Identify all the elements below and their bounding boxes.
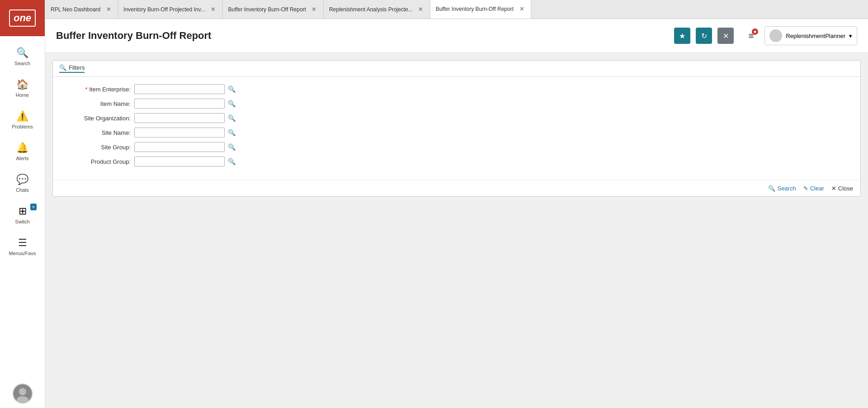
tab-close-btn[interactable]: ✕	[311, 6, 318, 13]
clear-label: Clear	[810, 185, 824, 192]
filter-input-wrapper: 🔍	[134, 113, 236, 123]
sidebar-item-menus-favs[interactable]: ☰ Menus/Favs	[0, 231, 45, 262]
sidebar-item-problems[interactable]: ⚠️ Problems	[0, 104, 45, 136]
tab-label: Inventory Burn-Off Projected Inv...	[123, 6, 205, 13]
logo-text: one	[9, 9, 36, 27]
notification-button[interactable]: ≡	[743, 28, 759, 44]
filter-label-item-enterprise: Item Enterprise:	[62, 86, 134, 93]
tab-label: Buffer Inventory Burn-Off Report	[436, 6, 514, 12]
notification-badge	[752, 28, 758, 35]
tab-close-btn[interactable]: ✕	[518, 5, 525, 13]
sidebar-item-home[interactable]: 🏠 Home	[0, 72, 45, 104]
filters-tab-button[interactable]: 🔍 Filters	[59, 64, 85, 73]
clear-button[interactable]: ✎ Clear	[803, 185, 824, 192]
close-filters-button[interactable]: ✕ Close	[831, 185, 853, 192]
close-icon: ✕	[723, 32, 729, 40]
filter-row-site-name: Site Name: 🔍	[62, 128, 851, 138]
filter-input-wrapper: 🔍	[134, 157, 236, 166]
site-group-input[interactable]	[134, 142, 225, 152]
tab-inv-burnoff[interactable]: Inventory Burn-Off Projected Inv... ✕	[118, 0, 222, 19]
tab-close-btn[interactable]: ✕	[105, 6, 112, 13]
user-avatar	[769, 29, 782, 42]
home-icon: 🏠	[16, 79, 28, 90]
username-label: ReplenishmentPlanner	[786, 33, 845, 39]
sidebar-item-label: Switch	[15, 219, 29, 224]
sidebar-item-label: Alerts	[16, 156, 28, 161]
item-enterprise-input[interactable]	[134, 84, 225, 94]
problems-icon: ⚠️	[16, 110, 28, 122]
filter-label-site-name: Site Name:	[62, 129, 134, 136]
refresh-button[interactable]: ↻	[696, 28, 712, 44]
filters-tab-label: Filters	[69, 64, 85, 71]
site-organization-search-icon[interactable]: 🔍	[226, 113, 236, 123]
filter-input-wrapper: 🔍	[134, 128, 236, 138]
favorite-button[interactable]: ★	[674, 28, 690, 44]
filter-row-item-enterprise: Item Enterprise: 🔍	[62, 84, 851, 94]
switch-icon: ⊞	[19, 205, 27, 217]
chevron-down-icon: ▾	[849, 33, 852, 39]
tab-replenishment-analysis[interactable]: Replenishment Analysis Projecte... ✕	[324, 0, 430, 19]
filter-input-wrapper: 🔍	[134, 142, 236, 152]
search-button[interactable]: 🔍 Search	[768, 185, 796, 192]
tab-buffer-burnoff-2[interactable]: Buffer Inventory Burn-Off Report ✕	[430, 0, 531, 19]
menus-icon: ☰	[18, 237, 27, 249]
sidebar-item-label: Chats	[16, 187, 29, 193]
filter-row-site-group: Site Group: 🔍	[62, 142, 851, 152]
close-button[interactable]: ✕	[717, 28, 734, 44]
sidebar-item-chats[interactable]: 💬 Chats	[0, 167, 45, 199]
filter-label-item-name: Item Name:	[62, 100, 134, 107]
search-icon: 🔍	[16, 47, 28, 59]
tab-rpl-neo[interactable]: RPL Neo Dashboard ✕	[45, 0, 118, 19]
product-group-search-icon[interactable]: 🔍	[226, 157, 236, 166]
item-name-search-icon[interactable]: 🔍	[226, 99, 236, 109]
user-dropdown[interactable]: ReplenishmentPlanner ▾	[764, 26, 857, 45]
product-group-input[interactable]	[134, 157, 225, 166]
filter-input-wrapper: 🔍	[134, 84, 236, 94]
item-enterprise-search-icon[interactable]: 🔍	[226, 84, 236, 94]
filter-row-site-organization: Site Organization: 🔍	[62, 113, 851, 123]
filter-label-site-organization: Site Organization:	[62, 115, 134, 122]
star-icon: ★	[679, 32, 685, 40]
search-footer-icon: 🔍	[768, 185, 775, 192]
sidebar-item-label: Home	[16, 92, 29, 98]
chats-icon: 💬	[16, 174, 28, 185]
tab-buffer-burnoff-1[interactable]: Buffer Inventory Burn-Off Report ✕	[223, 0, 324, 19]
filter-label-product-group: Product Group:	[62, 158, 134, 165]
tab-close-btn[interactable]: ✕	[417, 6, 425, 13]
sidebar-nav: 🔍 Search 🏠 Home ⚠️ Problems 🔔 Alerts 💬 C…	[0, 36, 45, 384]
filter-input-wrapper: 🔍	[134, 99, 236, 109]
avatar[interactable]	[13, 384, 33, 403]
filter-row-item-name: Item Name: 🔍	[62, 99, 851, 109]
site-name-search-icon[interactable]: 🔍	[226, 128, 236, 138]
close-filters-icon: ✕	[831, 185, 836, 192]
refresh-icon: ↻	[701, 32, 707, 40]
tab-label: Buffer Inventory Burn-Off Report	[228, 6, 306, 13]
filters-footer: 🔍 Search ✎ Clear ✕ Close	[53, 180, 860, 196]
close-label: Close	[838, 185, 853, 192]
page-title: Buffer Inventory Burn-Off Report	[56, 30, 669, 42]
sidebar-item-switch[interactable]: ⊞ Switch ≡	[0, 199, 45, 231]
tab-label: Replenishment Analysis Projecte...	[329, 6, 413, 13]
clear-icon: ✎	[803, 185, 808, 192]
svg-marker-3	[753, 30, 757, 33]
alerts-icon: 🔔	[16, 142, 28, 154]
site-group-search-icon[interactable]: 🔍	[226, 142, 236, 152]
sidebar-item-search[interactable]: 🔍 Search	[0, 41, 45, 72]
filter-row-product-group: Product Group: 🔍	[62, 157, 851, 166]
sidebar-item-label: Search	[14, 61, 30, 66]
badge-icon	[753, 29, 757, 34]
tab-close-btn[interactable]: ✕	[210, 6, 217, 13]
site-name-input[interactable]	[134, 128, 225, 138]
search-label: Search	[777, 185, 796, 192]
sidebar-item-alerts[interactable]: 🔔 Alerts	[0, 136, 45, 167]
app-logo[interactable]: one	[0, 0, 45, 36]
site-organization-input[interactable]	[134, 113, 225, 123]
filters-panel: 🔍 Filters Item Enterprise: 🔍 Item Name:	[52, 60, 861, 197]
sidebar: one 🔍 Search 🏠 Home ⚠️ Problems 🔔 Alerts…	[0, 0, 45, 408]
page-header: Buffer Inventory Burn-Off Report ★ ↻ ✕ ≡…	[45, 19, 868, 53]
sidebar-item-label: Menus/Favs	[9, 251, 36, 256]
filter-label-site-group: Site Group:	[62, 144, 134, 151]
item-name-input[interactable]	[134, 99, 225, 109]
switch-badge: ≡	[30, 204, 37, 210]
tab-bar: RPL Neo Dashboard ✕ Inventory Burn-Off P…	[45, 0, 868, 19]
